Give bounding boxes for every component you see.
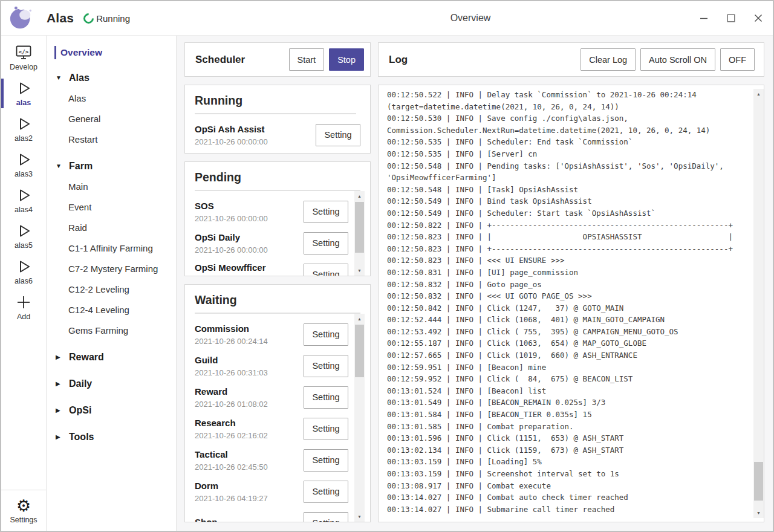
scrollbar-thumb[interactable]	[355, 325, 364, 377]
nav-item-raid[interactable]: Raid	[47, 217, 176, 238]
task-next-run-time: 2021-10-26 02:45:50	[195, 462, 299, 472]
task-setting-button[interactable]: Setting	[304, 323, 348, 346]
nav-item-c1-1-affinity-farming[interactable]: C1-1 Affinity Farming	[47, 238, 176, 258]
log-line: 00:13:03.159 | INFO | Screenshot interva…	[387, 468, 753, 480]
scroll-down-icon[interactable]: ▼	[354, 511, 365, 522]
sidebar-item-alas[interactable]: alas	[1, 76, 46, 111]
log-title: Log	[389, 54, 580, 66]
scroll-up-icon[interactable]: ▲	[354, 314, 365, 324]
nav-item-event[interactable]: Event	[47, 196, 176, 217]
nav-item-c7-2-mystery-farming[interactable]: C7-2 Mystery Farming	[47, 258, 176, 279]
log-line: 00:12:50.548 | INFO | Pending tasks: ['O…	[387, 160, 753, 184]
sidebar-item-label: alas2	[15, 134, 33, 143]
task-setting-button[interactable]: Setting	[304, 232, 348, 255]
task-row-opsi-daily: OpSi Daily 2021-10-26 00:00:00 Setting	[195, 227, 348, 259]
task-setting-button[interactable]: Setting	[304, 386, 348, 409]
nav-group-reward[interactable]: ▶ Reward	[47, 347, 176, 367]
close-icon[interactable]	[753, 13, 763, 23]
task-row-research: Research 2021-10-26 02:16:02 Setting	[195, 413, 348, 444]
log-line: 00:13:01.584 | INFO | [BEACON_TIER 0.035…	[387, 409, 753, 421]
nav-item-label: Alas	[68, 93, 86, 103]
log-panel: 00:12:50.522 | INFO | Delay task `Commis…	[378, 85, 764, 522]
waiting-list: Commission 2021-10-26 00:24:14 Setting G…	[195, 314, 354, 522]
sidebar-item-alas3[interactable]: alas3	[1, 147, 46, 183]
pending-scrollbar[interactable]: ▲ ▼	[354, 191, 365, 276]
task-setting-button[interactable]: Setting	[304, 449, 348, 472]
stop-button[interactable]: Stop	[329, 48, 364, 71]
app-title: Alas	[47, 11, 74, 25]
nav-group-label: Daily	[69, 378, 92, 389]
active-indicator-bar	[1, 79, 4, 108]
task-next-run-time: 2021-10-26 00:00:00	[195, 137, 311, 146]
log-line: 00:13:01.524 | INFO | [Beacon] list	[387, 385, 753, 397]
log-line: 00:12:52.444 | INFO | Click (1068, 401) …	[387, 314, 753, 326]
sidebar-item-alas5[interactable]: alas5	[1, 218, 46, 254]
play-icon	[15, 258, 32, 275]
scheduler-title: Scheduler	[195, 54, 289, 66]
nav-group-daily[interactable]: ▶ Daily	[47, 374, 176, 394]
scrollbar-thumb[interactable]	[355, 202, 364, 253]
scroll-down-icon[interactable]: ▼	[753, 508, 764, 518]
task-row-tactical: Tactical 2021-10-26 02:45:50 Setting	[195, 444, 348, 476]
nav-group-opsi[interactable]: ▶ OpSi	[47, 400, 176, 420]
task-setting-button[interactable]: Setting	[304, 264, 348, 276]
sidebar-item-develop[interactable]: </> Develop	[1, 40, 46, 76]
nav-item-main[interactable]: Main	[47, 176, 176, 196]
task-next-run-time: 2021-10-26 00:00:00	[195, 214, 299, 223]
task-row-opsi-meowfficer-farming: OpSi Meowfficer Farming Setting	[195, 259, 348, 276]
log-header-panel: Log Clear Log Auto Scroll ON OFF	[378, 42, 764, 77]
nav-item-label: Raid	[68, 222, 87, 233]
instance-sidebar: </> Develop alas alas2 alas3 alas4 alas5…	[1, 36, 47, 531]
nav-item-restart[interactable]: Restart	[47, 129, 176, 149]
nav-group-label: Reward	[69, 352, 104, 363]
scrollbar-thumb[interactable]	[754, 462, 763, 501]
settings-label: Settings	[10, 516, 37, 524]
waiting-scrollbar[interactable]: ▲ ▼	[354, 314, 365, 522]
task-next-run-time: 2021-10-26 00:31:03	[195, 368, 299, 377]
task-setting-button[interactable]: Setting	[304, 201, 348, 223]
task-setting-button[interactable]: Setting	[304, 355, 348, 377]
task-name: OpSi Daily	[195, 232, 299, 243]
nav-item-c12-4-leveling[interactable]: C12-4 Leveling	[47, 299, 176, 320]
sidebar-item-alas2[interactable]: alas2	[1, 111, 46, 147]
nav-item-gems-farming[interactable]: Gems Farming	[47, 320, 176, 340]
task-row-sos: SOS 2021-10-26 00:00:00 Setting	[195, 196, 348, 227]
auto-scroll-on-button[interactable]: Auto Scroll ON	[640, 48, 715, 71]
log-line: 00:12:50.823 | INFO | +-----------------…	[387, 243, 753, 255]
nav-group-farm[interactable]: ▼ Farm	[47, 156, 176, 176]
nav-overview-label: Overview	[60, 47, 102, 57]
nav-item-c12-2-leveling[interactable]: C12-2 Leveling	[47, 279, 176, 299]
task-setting-button[interactable]: Setting	[304, 418, 348, 440]
log-line: 00:12:50.535 | INFO | [Server] cn	[387, 148, 753, 160]
nav-group-alas[interactable]: ▼ Alas	[47, 68, 176, 88]
nav-item-label: Restart	[68, 134, 97, 144]
task-setting-button[interactable]: Setting	[316, 124, 360, 146]
clear-log-button[interactable]: Clear Log	[580, 48, 636, 71]
nav-group-tools[interactable]: ▶ Tools	[47, 427, 176, 447]
scroll-up-icon[interactable]: ▲	[354, 191, 365, 201]
sidebar-item-alas4[interactable]: alas4	[1, 183, 46, 218]
sidebar-item-add[interactable]: Add	[1, 290, 46, 325]
log-line: 00:12:59.952 | INFO | Click ( 84, 675) @…	[387, 373, 753, 385]
scheduler-status: Running	[96, 13, 130, 24]
task-setting-button[interactable]: Setting	[304, 481, 348, 503]
maximize-icon[interactable]	[726, 13, 736, 23]
nav-item-alas[interactable]: Alas	[47, 88, 176, 108]
task-next-run-time: 2021-10-26 00:00:00	[195, 245, 299, 255]
auto-scroll-off-button[interactable]: OFF	[720, 48, 755, 71]
titlebar: Alas Running Overview	[1, 1, 773, 36]
scroll-down-icon[interactable]: ▼	[354, 265, 365, 276]
log-line: 00:13:02.134 | INFO | Click (1159, 673) …	[387, 444, 753, 456]
log-text: 00:12:50.522 | INFO | Delay task `Commis…	[387, 89, 753, 518]
log-scrollbar[interactable]: ▲ ▼	[753, 89, 764, 518]
minimize-icon[interactable]	[699, 13, 709, 23]
nav-item-general[interactable]: General	[47, 108, 176, 129]
start-button[interactable]: Start	[289, 48, 325, 71]
scroll-up-icon[interactable]: ▲	[753, 89, 764, 99]
play-icon	[15, 115, 32, 132]
nav-item-overview[interactable]: Overview	[47, 44, 176, 61]
sidebar-item-settings[interactable]: ⚙ Settings	[1, 490, 46, 531]
sidebar-item-alas6[interactable]: alas6	[1, 254, 46, 290]
task-setting-button[interactable]: Setting	[304, 512, 348, 522]
tree-arrow-icon: ▶	[56, 354, 62, 360]
